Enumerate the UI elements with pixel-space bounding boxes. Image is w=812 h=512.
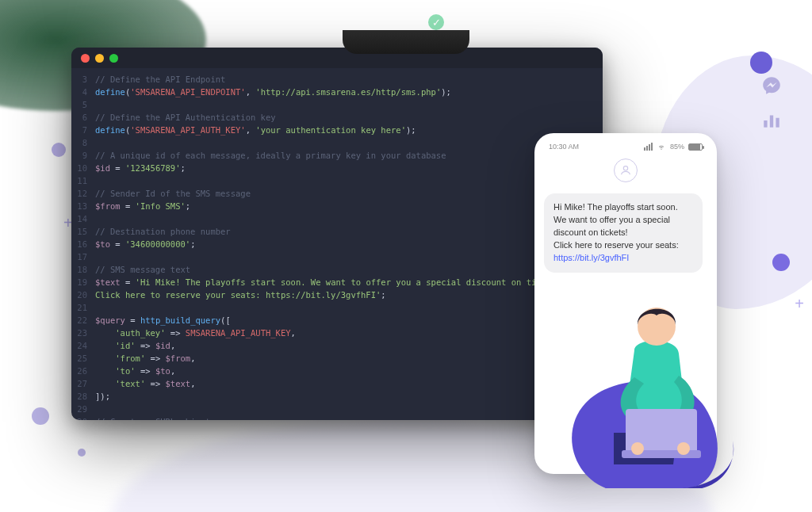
code-line[interactable]: 27 'text' => $text, <box>71 377 603 390</box>
line-number: 18 <box>71 263 95 276</box>
code-line[interactable]: 20Click here to reserve your seats: http… <box>71 288 603 301</box>
line-number: 27 <box>71 377 95 390</box>
code-line[interactable]: 7define('SMSARENA_API_AUTH_KEY', 'your a… <box>71 124 603 136</box>
svg-point-8 <box>677 442 690 455</box>
code-line[interactable]: 9// A unique id of each message, ideally… <box>71 149 603 162</box>
code-line[interactable]: 26 'to' => $to, <box>71 365 603 377</box>
sms-text-line: discount on tickets! <box>553 227 628 237</box>
monitor-notch <box>343 30 469 54</box>
code-line[interactable]: 15// Destination phone number <box>71 225 603 238</box>
line-number: 23 <box>71 327 95 339</box>
decor-dot <box>52 143 66 157</box>
svg-rect-1 <box>770 116 773 128</box>
line-number: 14 <box>71 212 95 225</box>
code-line[interactable]: 22$query = http_build_query([ <box>71 314 603 327</box>
code-line[interactable]: 11 <box>71 174 603 187</box>
code-line[interactable]: 23 'auth_key' => SMSARENA_API_AUTH_KEY, <box>71 327 603 339</box>
person-illustration <box>558 282 756 488</box>
side-widgets <box>761 75 782 131</box>
battery-icon <box>688 143 703 151</box>
chart-icon <box>761 110 782 131</box>
line-number: 3 <box>71 73 95 86</box>
code-line[interactable]: 29 <box>71 403 603 415</box>
messenger-icon <box>761 75 782 96</box>
line-number: 12 <box>71 187 95 200</box>
sms-message-bubble: Hi Mike! The playoffs start soon. We wan… <box>544 193 703 273</box>
sms-text-line: We want to offer you a special <box>553 215 670 224</box>
line-number: 22 <box>71 314 95 327</box>
line-number: 30 <box>71 415 95 420</box>
code-line[interactable]: 18// SMS message text <box>71 263 603 276</box>
line-number: 26 <box>71 365 95 377</box>
line-number: 7 <box>71 124 95 136</box>
line-number: 16 <box>71 238 95 250</box>
cellular-signal-icon <box>644 143 653 151</box>
window-minimize-button[interactable] <box>95 54 104 63</box>
code-line[interactable]: 25 'from' => $from, <box>71 352 603 365</box>
code-line[interactable]: 3// Define the API Endpoint <box>71 73 603 86</box>
code-line[interactable]: 14 <box>71 212 603 225</box>
code-line[interactable]: 17 <box>71 250 603 263</box>
line-number: 25 <box>71 352 95 365</box>
code-line[interactable]: 10$id = '123456789'; <box>71 162 603 174</box>
code-line[interactable]: 13$from = 'Info SMS'; <box>71 200 603 212</box>
battery-percent: 85% <box>670 143 684 151</box>
decor-dot <box>750 52 772 74</box>
decor-dot <box>772 254 790 271</box>
sms-link[interactable]: https://bit.ly/3gvfhFI <box>553 253 629 262</box>
decor-plus-icon: + <box>795 295 804 313</box>
line-number: 11 <box>71 174 95 187</box>
svg-point-7 <box>631 442 644 455</box>
code-line[interactable]: 28]); <box>71 390 603 403</box>
svg-point-3 <box>623 166 627 170</box>
line-number: 17 <box>71 250 95 263</box>
code-line[interactable]: 21 <box>71 301 603 314</box>
code-line[interactable]: 12// Sender Id of the SMS message <box>71 187 603 200</box>
code-area[interactable]: 3// Define the API Endpoint4define('SMSA… <box>71 68 603 420</box>
window-titlebar <box>71 48 603 68</box>
code-line[interactable]: 6// Define the API Authentication key <box>71 111 603 124</box>
decor-dot <box>78 449 86 457</box>
line-number: 19 <box>71 276 95 288</box>
window-close-button[interactable] <box>81 54 90 63</box>
code-line[interactable]: 19$text = 'Hi Mike! The playoffs start s… <box>71 276 603 288</box>
line-number: 28 <box>71 390 95 403</box>
code-line[interactable]: 24 'id' => $id, <box>71 339 603 352</box>
line-number: 6 <box>71 111 95 124</box>
line-number: 24 <box>71 339 95 352</box>
code-line[interactable]: 5 <box>71 98 603 111</box>
line-number: 4 <box>71 86 95 98</box>
code-line[interactable]: 16$to = '34600000000'; <box>71 238 603 250</box>
code-line[interactable]: 8 <box>71 136 603 149</box>
line-number: 5 <box>71 98 95 111</box>
svg-rect-2 <box>776 118 779 128</box>
line-number: 15 <box>71 225 95 238</box>
line-number: 8 <box>71 136 95 149</box>
sms-text-line: Click here to reserve your seats: <box>553 240 679 250</box>
line-number: 20 <box>71 288 95 301</box>
code-editor-window: 3// Define the API Endpoint4define('SMSA… <box>71 48 603 420</box>
svg-rect-0 <box>764 120 767 128</box>
line-number: 29 <box>71 403 95 415</box>
code-line[interactable]: 30// Create a CURL object <box>71 415 603 420</box>
sms-text-line: Hi Mike! The playoffs start soon. <box>553 202 678 212</box>
window-zoom-button[interactable] <box>109 54 118 63</box>
line-number: 10 <box>71 162 95 174</box>
contact-avatar-icon <box>614 159 638 182</box>
code-line[interactable]: 4define('SMSARENA_API_ENDPOINT', 'http:/… <box>71 86 603 98</box>
wifi-icon <box>657 143 666 151</box>
line-number: 21 <box>71 301 95 314</box>
line-number: 13 <box>71 200 95 212</box>
line-number: 9 <box>71 149 95 162</box>
phone-status-bar: 10:30 AM 85% <box>544 141 707 155</box>
decor-dot <box>32 407 49 425</box>
decor-checkmark-badge: ✓ <box>428 14 444 30</box>
phone-time: 10:30 AM <box>549 143 579 151</box>
